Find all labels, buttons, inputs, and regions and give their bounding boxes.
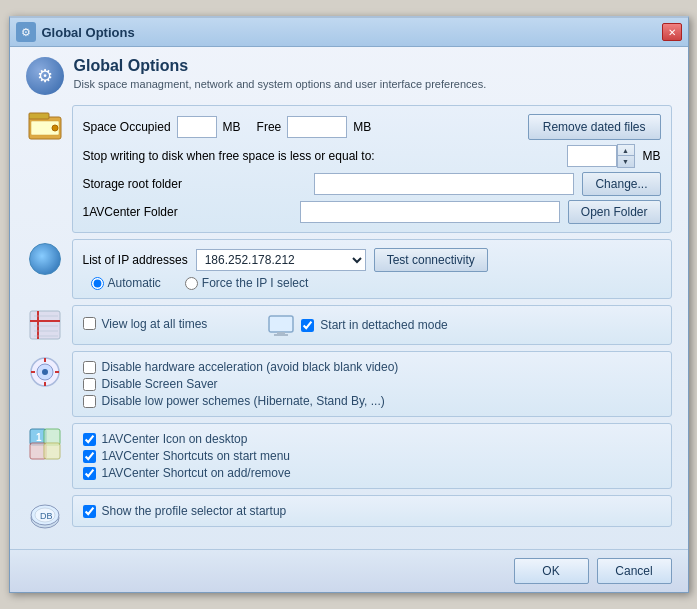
space-occupied-row: Space Occupied k MB Free 47751 MB Remove… — [83, 114, 661, 140]
global-options-dialog: ⚙ Global Options ✕ ⚙ Global Options Disk… — [9, 16, 689, 593]
network-section: List of IP addresses 186.252.178.212 Tes… — [26, 239, 672, 299]
startup-content: Show the profile selector at startup — [72, 495, 672, 527]
add-remove-row: 1AVCenter Shortcut on add/remove — [83, 466, 661, 480]
start-menu-checkbox[interactable] — [83, 450, 96, 463]
stop-value-input[interactable]: 500 — [567, 145, 617, 167]
header-title: Global Options — [74, 57, 487, 75]
storage-root-input[interactable]: C:\Users\Public\Documents\1AVCenter\ — [314, 173, 574, 195]
start-detached-checkbox[interactable] — [301, 319, 314, 332]
logging-section: View log at all times Start in dettached… — [26, 305, 672, 345]
header-text: Global Options Disk space managment, net… — [74, 57, 487, 92]
close-button[interactable]: ✕ — [662, 23, 682, 41]
start-menu-label: 1AVCenter Shortcuts on start menu — [102, 449, 291, 463]
dialog-body: ⚙ Global Options Disk space managment, n… — [10, 47, 688, 549]
spin-down-button[interactable]: ▼ — [618, 156, 634, 167]
shortcuts-content: 1AVCenter Icon on desktop 1AVCenter Shor… — [72, 423, 672, 489]
disable-screensaver-label: Disable Screen Saver — [102, 377, 218, 391]
avcenter-folder-label: 1AVCenter Folder — [83, 205, 178, 219]
avcenter-folder-row: 1AVCenter Folder C:\Program Files\1AVCen… — [83, 200, 661, 224]
shortcuts-icon: 1 — [26, 423, 64, 461]
svg-text:1: 1 — [36, 432, 42, 443]
hardware-icon — [26, 351, 64, 389]
space-occupied-input[interactable]: k — [177, 116, 217, 138]
svg-text:DB: DB — [40, 511, 53, 521]
header-subtitle: Disk space managment, network and system… — [74, 77, 487, 92]
test-connectivity-button[interactable]: Test connectivity — [374, 248, 488, 272]
dialog-footer: OK Cancel — [10, 549, 688, 592]
space-occupied-label: Space Occupied — [83, 120, 171, 134]
mb3-label: MB — [643, 149, 661, 163]
svg-point-20 — [42, 369, 48, 375]
svg-rect-12 — [277, 332, 285, 334]
ip-dropdown[interactable]: 186.252.178.212 — [196, 249, 366, 271]
mb2-label: MB — [353, 120, 371, 134]
svg-point-3 — [52, 125, 58, 131]
svg-rect-11 — [269, 316, 293, 332]
shortcuts-section: 1 1AVCenter Icon on desktop 1AVCenter Sh… — [26, 423, 672, 489]
disable-lowpower-row: Disable low power schemes (Hibernate, St… — [83, 394, 661, 408]
network-content: List of IP addresses 186.252.178.212 Tes… — [72, 239, 672, 299]
radio-force-text: Force the IP I select — [202, 276, 309, 290]
header-section: ⚙ Global Options Disk space managment, n… — [26, 57, 672, 95]
open-folder-button[interactable]: Open Folder — [568, 200, 661, 224]
logging-two-col: View log at all times Start in dettached… — [83, 314, 661, 336]
disable-lowpower-checkbox[interactable] — [83, 395, 96, 408]
storage-icon — [26, 105, 64, 141]
start-menu-row: 1AVCenter Shortcuts on start menu — [83, 449, 661, 463]
ip-label: List of IP addresses — [83, 253, 188, 267]
title-bar: ⚙ Global Options ✕ — [10, 18, 688, 47]
disable-lowpower-label: Disable low power schemes (Hibernate, St… — [102, 394, 385, 408]
desktop-checkbox[interactable] — [83, 433, 96, 446]
storage-root-row: Storage root folder C:\Users\Public\Docu… — [83, 172, 661, 196]
startup-icon: DB — [26, 495, 64, 533]
disable-screensaver-checkbox[interactable] — [83, 378, 96, 391]
monitor-icon — [267, 314, 295, 336]
logging-icon — [26, 305, 64, 341]
radio-force-label[interactable]: Force the IP I select — [185, 276, 309, 290]
logging-content: View log at all times Start in dettached… — [72, 305, 672, 345]
view-log-checkbox[interactable] — [83, 317, 96, 330]
stop-value-spinner: 500 ▲ ▼ — [567, 144, 635, 168]
disable-hw-checkbox[interactable] — [83, 361, 96, 374]
header-icon: ⚙ — [26, 57, 64, 95]
dialog-title: Global Options — [42, 25, 135, 40]
disable-hw-label: Disable hardware acceleration (avoid bla… — [102, 360, 399, 374]
add-remove-checkbox[interactable] — [83, 467, 96, 480]
view-log-label: View log at all times — [102, 317, 208, 331]
radio-force[interactable] — [185, 277, 198, 290]
desktop-label: 1AVCenter Icon on desktop — [102, 432, 248, 446]
radio-automatic[interactable] — [91, 277, 104, 290]
startup-section: DB Show the profile selector at startup — [26, 495, 672, 533]
spin-up-button[interactable]: ▲ — [618, 145, 634, 156]
hardware-section: Disable hardware acceleration (avoid bla… — [26, 351, 672, 417]
cancel-button[interactable]: Cancel — [597, 558, 672, 584]
hardware-content: Disable hardware acceleration (avoid bla… — [72, 351, 672, 417]
disable-screensaver-row: Disable Screen Saver — [83, 377, 661, 391]
ok-button[interactable]: OK — [514, 558, 589, 584]
add-remove-label: 1AVCenter Shortcut on add/remove — [102, 466, 291, 480]
radio-automatic-label[interactable]: Automatic — [91, 276, 161, 290]
view-log-row: View log at all times — [83, 314, 208, 333]
stop-writing-label: Stop writing to disk when free space is … — [83, 149, 375, 163]
storage-section: Space Occupied k MB Free 47751 MB Remove… — [26, 105, 672, 233]
stop-writing-row: Stop writing to disk when free space is … — [83, 144, 661, 168]
avcenter-folder-input[interactable]: C:\Program Files\1AVCenter\ — [300, 201, 560, 223]
show-profile-checkbox[interactable] — [83, 505, 96, 518]
free-label: Free — [257, 120, 282, 134]
svg-rect-1 — [29, 113, 49, 119]
radio-automatic-text: Automatic — [108, 276, 161, 290]
stop-spinner-buttons: ▲ ▼ — [617, 144, 635, 168]
dialog-title-icon: ⚙ — [16, 22, 36, 42]
disable-hw-row: Disable hardware acceleration (avoid bla… — [83, 360, 661, 374]
change-button[interactable]: Change... — [582, 172, 660, 196]
network-icon — [26, 239, 64, 275]
title-bar-left: ⚙ Global Options — [16, 22, 135, 42]
storage-content: Space Occupied k MB Free 47751 MB Remove… — [72, 105, 672, 233]
remove-dated-button[interactable]: Remove dated files — [528, 114, 661, 140]
free-value-input[interactable]: 47751 — [287, 116, 347, 138]
mb-label: MB — [223, 120, 241, 134]
show-profile-row: Show the profile selector at startup — [83, 504, 661, 518]
radio-row: Automatic Force the IP I select — [83, 276, 661, 290]
start-detached-row: Start in dettached mode — [267, 314, 447, 336]
svg-rect-4 — [30, 311, 60, 339]
